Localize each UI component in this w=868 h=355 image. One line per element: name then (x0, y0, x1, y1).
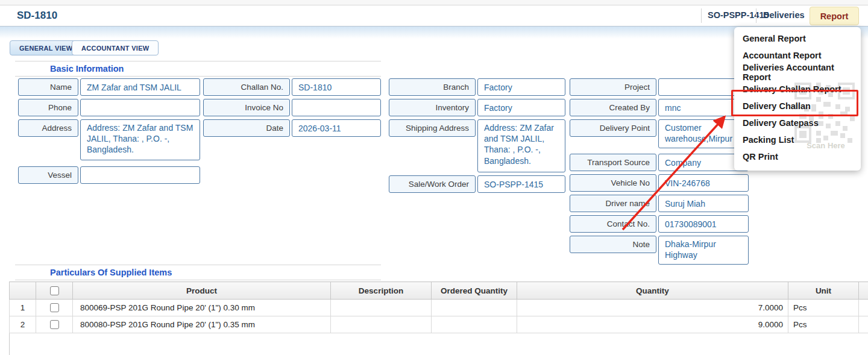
address-label-text: Address (42, 124, 72, 133)
delivery-challan-page: SD-1810 SO-PSPP-1415 Deliveries Report G… (0, 0, 868, 355)
note-value-text: Dhaka-Mirpur Highway (665, 239, 743, 260)
created-by-label-text: Created By (609, 103, 650, 112)
vehicle-no-value: VIN-246768 (658, 174, 749, 192)
row-checkbox[interactable] (50, 320, 59, 329)
sale-work-order-label-text: Sale/Work Order (409, 180, 469, 189)
unit-cell: Pcs (788, 300, 859, 316)
contact-no-value-text: 01730089001 (665, 219, 717, 229)
invoice-no-label: Invoice No (203, 99, 290, 116)
product-cell: 800069-PSP 201G Round Pipe 20' (1") 0.30… (73, 300, 331, 316)
description-cell (331, 316, 432, 333)
items-table: Product Description Ordered Quantity Qua… (9, 281, 868, 333)
sale-order-link[interactable]: SO-PSPP-1415 (708, 10, 769, 20)
address-value-text: Address: ZM Zafar and TSM JALIL, Thana: … (87, 122, 195, 156)
row-select-cell (36, 316, 73, 333)
contact-no-value: 01730089001 (658, 215, 749, 233)
name-label-text: Name (50, 83, 72, 92)
phone-value (80, 99, 200, 116)
date-value-text: 2026-03-11 (298, 124, 341, 133)
project-label: Project (570, 78, 656, 96)
phone-label: Phone (18, 99, 78, 116)
inventory-value-text: Factory (484, 103, 512, 113)
row-number-header (10, 282, 36, 300)
extra-header (859, 282, 868, 300)
ordered-quantity-cell (432, 316, 517, 333)
created-by-label: Created By (570, 99, 656, 116)
items-table-container: Product Description Ordered Quantity Qua… (9, 281, 867, 355)
highlight-box-delivery-challan (731, 90, 858, 116)
menu-item-delivery-gatepass[interactable]: Delivery Gatepass (734, 115, 861, 131)
vehicle-no-label: Vehicle No (570, 174, 656, 192)
shipping-address-label: Shipping Address (389, 119, 476, 137)
contact-no-label: Contact No. (570, 215, 656, 233)
date-label-text: Date (266, 124, 283, 133)
created-by-value-text: mnc (665, 103, 681, 113)
row-select-cell (36, 300, 73, 316)
branch-value-text: Factory (484, 83, 512, 92)
description-header: Description (331, 282, 432, 300)
branch-label-text: Branch (443, 83, 469, 92)
quantity-cell: 7.0000 (517, 300, 788, 316)
product-header: Product (73, 282, 331, 300)
product-cell: 800080-PSP 201G Round Pipe 20' (1") 0.35… (73, 316, 331, 333)
table-empty-area-border (9, 333, 10, 355)
tab-accountant-view[interactable]: ACCOUNTANT VIEW (72, 40, 159, 55)
menu-item-general-report[interactable]: General Report (734, 30, 861, 47)
deliveries-link[interactable]: Deliveries (763, 10, 805, 20)
note-value: Dhaka-Mirpur Highway (658, 236, 749, 265)
note-label: Note (570, 236, 656, 253)
menu-item-packing-list[interactable]: Packing List (734, 131, 861, 148)
unit-cell: Pcs (788, 316, 859, 333)
row-checkbox[interactable] (50, 303, 59, 312)
ordered-quantity-cell (432, 300, 517, 316)
shipping-address-value-text: Address: ZM Zafar and TSM JALIL, Thana: … (484, 122, 560, 166)
shipping-address-value: Address: ZM Zafar and TSM JALIL, Thana: … (477, 119, 565, 172)
page-title: SD-1810 (17, 10, 57, 22)
row-number-cell: 1 (10, 300, 36, 316)
unit-header: Unit (788, 282, 859, 300)
report-button[interactable]: Report (810, 7, 859, 25)
delivery-point-label-text: Delivery Point (600, 124, 650, 133)
header-divider (756, 8, 756, 23)
vessel-label-text: Vessel (48, 171, 72, 180)
name-value: ZM Zafar and TSM JALIL (80, 78, 200, 96)
driver-name-value: Suruj Miah (658, 195, 749, 212)
contact-no-label-text: Contact No. (607, 219, 650, 228)
inventory-label: Inventory (389, 99, 476, 116)
transport-source-value-text: Company (665, 158, 701, 168)
invoice-no-label-text: Invoice No (245, 103, 283, 112)
branch-label: Branch (389, 78, 476, 96)
table-row: 2 800080-PSP 201G Round Pipe 20' (1") 0.… (10, 316, 868, 333)
name-value-text: ZM Zafar and TSM JALIL (87, 83, 181, 92)
particulars-heading: Particulars Of Supplied Items (15, 265, 381, 280)
extra-cell (859, 316, 868, 333)
sale-work-order-value: SO-PSPP-1415 (477, 175, 565, 193)
sale-work-order-value-text: SO-PSPP-1415 (484, 180, 543, 189)
transport-source-label: Transport Source (570, 154, 656, 171)
menu-item-qr-print[interactable]: QR Print (734, 148, 861, 165)
menu-item-accountant-report[interactable]: Accountant Report (734, 47, 861, 64)
items-table-header-row: Product Description Ordered Quantity Qua… (10, 282, 868, 300)
delivery-point-value-text: Customer warehouse,Mirpur (665, 122, 743, 144)
address-label: Address (18, 119, 78, 137)
date-label: Date (203, 119, 290, 137)
driver-name-label: Driver name (570, 195, 656, 212)
challan-no-label-text: Challan No. (241, 83, 283, 92)
driver-name-label-text: Driver name (605, 199, 650, 208)
challan-no-value: SD-1810 (292, 78, 381, 96)
header-bar: SD-1810 SO-PSPP-1415 Deliveries Report (0, 5, 868, 27)
vehicle-no-value-text: VIN-246768 (665, 178, 710, 188)
description-cell (331, 300, 432, 316)
vessel-value (80, 166, 200, 184)
header-divider (701, 8, 702, 23)
top-strip (0, 0, 868, 5)
note-label-text: Note (632, 240, 650, 249)
sale-work-order-label: Sale/Work Order (389, 175, 476, 193)
inventory-label-text: Inventory (435, 103, 469, 112)
table-row: 1 800069-PSP 201G Round Pipe 20' (1") 0.… (10, 300, 868, 316)
select-all-header (36, 282, 73, 300)
row-number-cell: 2 (10, 316, 36, 333)
challan-no-label: Challan No. (203, 78, 290, 96)
select-all-checkbox[interactable] (50, 286, 59, 295)
menu-item-deliveries-accountant-report[interactable]: Deliveries Accountant Report (734, 64, 861, 81)
